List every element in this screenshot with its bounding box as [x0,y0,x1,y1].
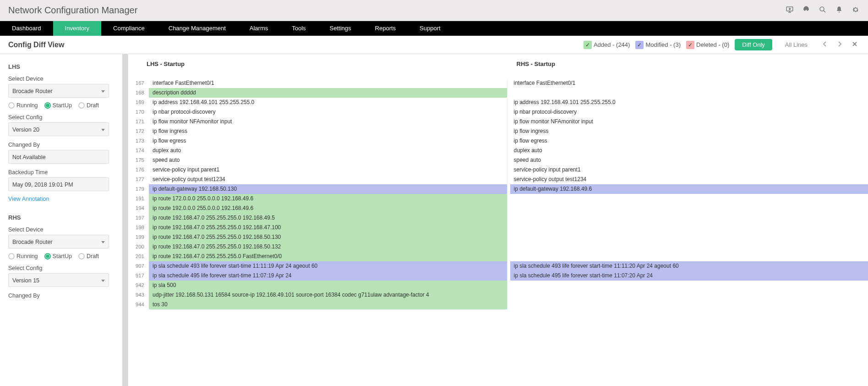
rocket-icon[interactable] [802,6,810,15]
rhs-cell: service-policy output test1234 [510,175,868,184]
rhs-cell [510,88,868,98]
nav-compliance[interactable]: Compliance [101,21,157,36]
next-diff-icon[interactable] [835,41,844,49]
lhs-cell: ip route 192.168.47.0 255.255.255.0 192.… [149,242,508,252]
lhs-backedup-label: Backedup Time [8,169,120,176]
nav-alarms[interactable]: Alarms [238,21,280,36]
lhs-cell: ip address 192.168.49.101 255.255.255.0 [149,98,508,107]
lhs-cell: duplex auto [149,146,508,155]
view-annotation-link[interactable]: View Annotation [8,196,49,202]
rhs-changed-by-label: Changed By [8,292,120,299]
rhs-cell: interface FastEthernet0/1 [510,78,868,88]
line-number: 168 [128,88,149,98]
line-number: 201 [128,252,149,261]
lhs-radio-startup[interactable]: StartUp [44,102,72,109]
lhs-device-select[interactable]: Brocade Router [8,84,109,98]
rhs-cell: ip sla schedule 493 life forever start-t… [510,261,868,271]
lhs-cell: ip route 192.0.0.0 255.0.0.0 192.168.49.… [149,204,508,213]
lhs-diff-title: LHS - Startup [128,61,498,70]
diff-only-button[interactable]: Diff Only [735,39,772,50]
lhs-cell: ip sla schedule 493 life forever start-t… [149,261,508,271]
svg-point-6 [839,11,840,12]
rhs-device-select[interactable]: Brocade Router [8,235,109,248]
lhs-cell: udp-jitter 192.168.50.131 16584 source-i… [149,290,508,300]
header-toolbar [786,6,860,15]
lhs-cell: ip flow egress [149,136,508,146]
lhs-config-select[interactable]: Version 20 [8,122,109,136]
line-number: 167 [128,78,149,88]
modified-label: Modified - (3) [645,41,681,48]
modified-check-icon[interactable]: ✓ [635,41,644,49]
rhs-cell: ip flow ingress [510,127,868,136]
rhs-cell: ip flow monitor NFAmonitor input [510,117,868,127]
rhs-heading: RHS [8,214,120,221]
lhs-cell: service-policy output test1234 [149,175,508,184]
lhs-cell: ip route 172.0.0.0 255.0.0.0 192.168.49.… [149,194,508,204]
rhs-radio-draft[interactable]: Draft [78,253,99,259]
lhs-cell: ip route 192.168.47.0 255.255.255.0 192.… [149,213,508,223]
rhs-config-select[interactable]: Version 15 [8,273,109,287]
rhs-cell: ip sla schedule 495 life forever start-t… [510,271,868,281]
lhs-changed-by-label: Changed By [8,142,120,148]
bell-icon[interactable] [835,6,843,15]
lhs-cell: ip sla 500 [149,281,508,290]
diff-row: 200ip route 192.168.47.0 255.255.255.0 1… [128,242,868,252]
line-number: 197 [128,213,149,223]
search-icon[interactable] [819,6,827,15]
line-number: 917 [128,271,149,281]
lhs-cell: ip sla schedule 495 life forever start-t… [149,271,508,281]
sidebar-scrollbar[interactable] [122,54,128,386]
lhs-select-config-label: Select Config [8,114,120,121]
nav-dashboard[interactable]: Dashboard [0,21,53,36]
line-number: 944 [128,300,149,309]
lhs-radio-draft[interactable]: Draft [78,102,99,109]
lhs-cell: ip flow monitor NFAmonitor input [149,117,508,127]
diff-row: 943udp-jitter 192.168.50.131 16584 sourc… [128,290,868,300]
nav-inventory[interactable]: Inventory [53,21,101,36]
line-number: 191 [128,194,149,204]
lhs-select-device-label: Select Device [8,76,120,82]
lhs-backedup-value: May 09, 2018 19:01 PM [8,177,109,191]
diff-row: 168description ddddd [128,88,868,98]
diff-legend: ✓Added - (244) ✓Modified - (3) ✓Deleted … [584,39,860,50]
nav-reports[interactable]: Reports [363,21,408,36]
diff-area[interactable]: LHS - Startup RHS - Startup 167interface… [128,54,868,386]
diff-row: 194ip route 192.0.0.0 255.0.0.0 192.168.… [128,204,868,213]
nav-tools[interactable]: Tools [280,21,317,36]
all-lines-button[interactable]: All Lines [778,39,815,50]
app-title: Network Configuration Manager [8,5,137,16]
line-number: 199 [128,232,149,242]
added-check-icon[interactable]: ✓ [584,41,592,49]
sidebar: LHS Select Device Brocade Router Running… [0,54,128,386]
close-icon[interactable] [850,41,860,49]
line-number: 942 [128,281,149,290]
rhs-cell: ip default-gateway 192.168.49.6 [510,184,868,194]
rhs-cell [510,281,868,290]
presentation-icon[interactable] [786,6,794,15]
rhs-cell: service-policy input parent1 [510,165,868,175]
diff-row: 944tos 30 [128,300,868,309]
rhs-cell: ip flow egress [510,136,868,146]
lhs-radio-running[interactable]: Running [8,102,38,109]
lhs-cell: tos 30 [149,300,508,309]
rhs-radio-running[interactable]: Running [8,253,38,259]
rhs-cell [510,290,868,300]
line-number: 194 [128,204,149,213]
line-number: 177 [128,175,149,184]
line-number: 173 [128,136,149,146]
deleted-check-icon[interactable]: ✓ [686,41,694,49]
diff-row: 907ip sla schedule 493 life forever star… [128,261,868,271]
deleted-label: Deleted - (0) [696,41,729,48]
gear-icon[interactable] [852,6,860,15]
diff-row: 191ip route 172.0.0.0 255.0.0.0 192.168.… [128,194,868,204]
nav-support[interactable]: Support [408,21,453,36]
added-label: Added - (244) [594,41,630,48]
rhs-radio-startup[interactable]: StartUp [44,253,72,259]
nav-settings[interactable]: Settings [318,21,363,36]
lhs-cell: description ddddd [149,88,508,98]
diff-row: 169ip address 192.168.49.101 255.255.255… [128,98,868,107]
lhs-cell: ip flow ingress [149,127,508,136]
main-nav: DashboardInventoryComplianceChange Manag… [0,21,868,36]
nav-change-management[interactable]: Change Management [157,21,238,36]
prev-diff-icon[interactable] [820,41,830,49]
